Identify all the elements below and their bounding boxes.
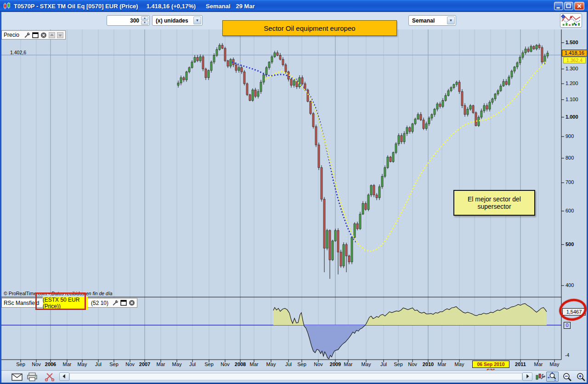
window-border-left — [0, 12, 1, 384]
units-count-stepper[interactable]: 300 ▲ ▼ — [107, 15, 150, 26]
scroll-right-button[interactable] — [522, 373, 532, 381]
time-axis-label: May — [78, 361, 87, 367]
window-titlebar: T0570P - STXE TM Oil Eq [0570] EUR (Pric… — [0, 0, 588, 12]
time-axis-label: Mar — [534, 361, 543, 367]
time-axis-label: 2009 — [330, 361, 341, 367]
chart-style-button[interactable] — [560, 13, 582, 28]
scroll-left-button[interactable] — [59, 373, 69, 381]
moving-average-value-badge: 1.362,4 — [563, 57, 586, 63]
status-bar — [1, 370, 587, 383]
units-mode-value: (x) unidades — [156, 17, 188, 24]
zoom-selection-button[interactable] — [546, 372, 559, 382]
time-axis-label: Jul — [380, 361, 387, 367]
ma-yellow-dotted[interactable] — [265, 60, 547, 251]
indicator-params: (52 10) — [90, 300, 108, 306]
hline-price-label: 1.402,6 — [10, 50, 26, 55]
time-axis-label: Sep — [297, 361, 306, 367]
price-axis-label: 1.500 — [565, 40, 578, 45]
time-axis-label: Sep — [204, 361, 214, 367]
time-axis-label: Nov — [408, 361, 417, 367]
time-axis-label: Mar — [157, 361, 165, 367]
email-icon[interactable] — [11, 373, 23, 381]
price-panel-header: Precio — [1, 30, 66, 40]
close-button[interactable] — [574, 2, 584, 10]
time-axis-label: Nov — [220, 361, 230, 367]
timeframe-value: Semanal — [412, 17, 435, 24]
best-sector-annotation-box[interactable]: El mejor sector del supersector — [453, 190, 535, 216]
maximize-button[interactable] — [564, 2, 573, 10]
sector-annotation-box[interactable]: Sector Oil equipment europeo — [222, 20, 397, 36]
time-axis-label: May — [455, 361, 464, 367]
price-axis-label: 800 — [565, 155, 574, 160]
time-axis-label: 2006 — [45, 361, 56, 367]
time-axis-label: Jul — [95, 361, 102, 367]
time-axis-label: May — [550, 361, 560, 367]
minimize-button[interactable] — [554, 2, 563, 10]
red-rectangle-annotation — [35, 292, 86, 310]
print-icon[interactable] — [27, 373, 38, 381]
time-axis-label: Nov — [32, 361, 41, 367]
chart-style-icon — [561, 14, 581, 27]
price-axis-label: 1.200 — [565, 80, 578, 86]
stepper-up-icon[interactable]: ▲ — [141, 16, 148, 20]
time-axis-label: Nov — [314, 361, 323, 367]
chart-tools-icon[interactable] — [535, 373, 546, 381]
scissors-icon[interactable] — [44, 373, 55, 381]
window-title-quote: 1.418,16 (+0,17%) — [147, 3, 196, 10]
time-axis-label: Sep — [394, 361, 403, 367]
time-axis-label: Jul — [285, 361, 292, 367]
window-panel-icon[interactable] — [120, 300, 127, 306]
time-axis-label: Mar — [438, 361, 447, 367]
time-axis-label: May — [266, 361, 276, 367]
time-axis-label: 2007 — [139, 361, 150, 367]
chart-scrollbar[interactable] — [69, 373, 522, 380]
price-axis-label: 1.100 — [565, 97, 578, 102]
price-axis-label: 600 — [565, 208, 574, 213]
move-panel-down-icon[interactable] — [57, 32, 63, 38]
chevron-down-icon[interactable]: ▼ — [447, 17, 455, 24]
wrench-icon[interactable] — [112, 300, 119, 306]
indicator-zero-label: 0 — [564, 322, 571, 329]
price-axis-label: 500 — [565, 241, 574, 247]
prorealtime-window: T0570P - STXE TM Oil Eq [0570] EUR (Pric… — [0, 0, 588, 384]
time-axis-label: 2011 — [515, 361, 526, 367]
close-panel-icon[interactable] — [129, 300, 135, 306]
candlestick-window-icon — [3, 2, 11, 10]
time-axis-label: Mar — [63, 361, 72, 367]
sector-annotation-text: Sector Oil equipment europeo — [264, 24, 355, 32]
candles[interactable] — [177, 43, 548, 279]
move-panel-up-icon[interactable] — [49, 32, 55, 38]
ma-blue-dotted[interactable] — [232, 62, 356, 243]
time-axis-label: 2010 — [423, 361, 434, 367]
price-axis-label: 400 — [565, 282, 574, 288]
price-axis-label: 1.000 — [565, 114, 578, 120]
time-axis-label: Mar — [250, 361, 259, 367]
price-panel-title: Precio — [4, 32, 19, 38]
time-axis-label: May — [172, 361, 182, 367]
time-axis-label: Nov — [125, 361, 135, 367]
price-axis-label: 700 — [565, 179, 574, 185]
window-panel-icon[interactable] — [32, 32, 39, 38]
chevron-down-icon[interactable]: ▼ — [193, 17, 201, 24]
time-axis-label: 2008 — [235, 361, 246, 367]
zoom-out-icon[interactable] — [562, 373, 573, 381]
window-title-symbol: T0570P - STXE TM Oil Eq [0570] EUR (Pric… — [14, 3, 138, 10]
indicator-min-label: -4 — [565, 352, 569, 358]
units-mode-dropdown[interactable]: (x) unidades ▼ — [152, 15, 203, 26]
cursor-date-badge: 06 Sep 2010 S36 — [472, 361, 509, 368]
price-axis-label: 900 — [565, 133, 574, 139]
last-price-badge: 1.418,16 — [562, 50, 587, 57]
time-axis-label: Jul — [189, 361, 196, 367]
price-axis-label: 1.300 — [565, 66, 578, 71]
zoom-in-icon[interactable] — [576, 373, 587, 381]
timeframe-dropdown[interactable]: Semanal ▼ — [408, 15, 456, 26]
time-axis-label: Sep — [16, 361, 25, 367]
window-title-date: 29 Mar — [236, 3, 255, 10]
wrench-icon[interactable] — [24, 32, 30, 38]
window-title-timeframe: Semanal — [206, 3, 230, 10]
time-axis-label: May — [362, 361, 371, 367]
stepper-down-icon[interactable]: ▼ — [141, 21, 148, 25]
time-axis-label: Sep — [109, 361, 119, 367]
close-panel-icon[interactable] — [40, 32, 47, 38]
time-axis-label: Mar — [344, 361, 353, 367]
